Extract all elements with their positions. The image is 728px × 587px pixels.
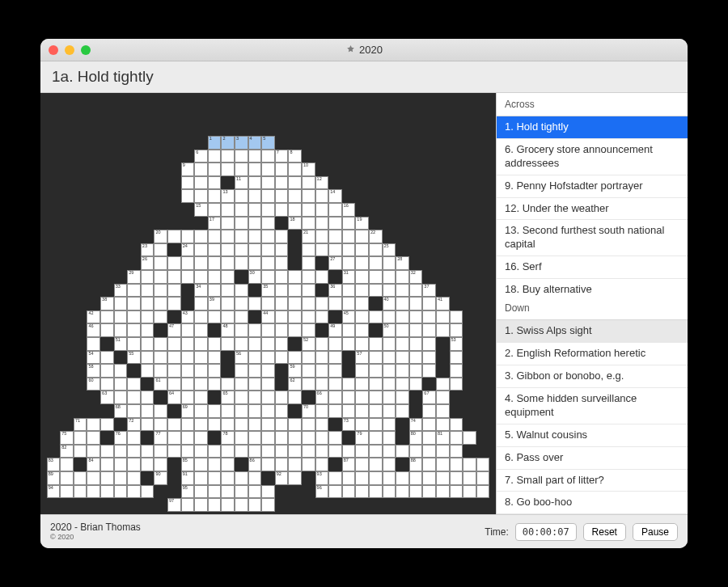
grid-cell[interactable]	[396, 471, 409, 485]
grid-cell[interactable]	[355, 337, 369, 351]
grid-cell[interactable]: 66	[315, 391, 329, 404]
grid-cell[interactable]	[235, 230, 248, 243]
grid-cell[interactable]	[74, 471, 87, 485]
grid-cell[interactable]: 54	[87, 351, 100, 365]
grid-cell[interactable]	[275, 418, 289, 432]
grid-cell[interactable]	[261, 230, 275, 243]
grid-cell[interactable]	[127, 404, 141, 418]
grid-cell[interactable]: 89	[47, 471, 61, 485]
grid-cell[interactable]	[302, 323, 315, 337]
grid-cell[interactable]	[248, 337, 262, 351]
grid-cell[interactable]	[181, 256, 195, 270]
grid-cell[interactable]	[181, 378, 195, 391]
grid-cell[interactable]: 67	[422, 391, 436, 404]
grid-cell[interactable]	[355, 404, 369, 418]
grid-cell[interactable]: 47	[167, 323, 181, 337]
grid-cell[interactable]: 85	[181, 458, 195, 471]
grid-cell[interactable]	[114, 485, 128, 499]
grid-cell[interactable]	[141, 310, 154, 324]
grid-cell[interactable]	[221, 217, 235, 230]
grid-cell[interactable]	[328, 471, 342, 485]
grid-cell[interactable]: 30	[248, 270, 262, 284]
grid-cell[interactable]	[275, 284, 289, 298]
grid-cell[interactable]	[208, 404, 222, 418]
grid-cell[interactable]: 35	[261, 284, 275, 298]
grid-cell[interactable]	[315, 217, 329, 230]
grid-cell[interactable]	[194, 323, 208, 337]
grid-cell[interactable]	[302, 297, 315, 310]
grid-cell[interactable]	[248, 176, 262, 190]
grid-cell[interactable]	[194, 351, 208, 365]
grid-cell[interactable]: 40	[383, 297, 396, 310]
grid-cell[interactable]: 87	[342, 458, 356, 471]
grid-cell[interactable]	[436, 418, 450, 432]
grid-cell[interactable]	[383, 391, 396, 404]
grid-cell[interactable]: 44	[261, 310, 275, 324]
grid-cell[interactable]	[167, 284, 181, 298]
grid-cell[interactable]	[127, 378, 141, 391]
grid-cell[interactable]: 94	[47, 485, 61, 499]
grid-cell[interactable]: 34	[194, 284, 208, 298]
grid-cell[interactable]	[396, 323, 409, 337]
grid-cell[interactable]	[369, 431, 383, 445]
grid-cell[interactable]	[167, 337, 181, 351]
grid-cell[interactable]	[275, 351, 289, 365]
grid-cell[interactable]	[74, 431, 87, 445]
grid-cell[interactable]	[100, 310, 114, 324]
grid-cell[interactable]: 71	[74, 418, 87, 432]
grid-cell[interactable]	[114, 391, 128, 404]
grid-cell[interactable]: 11	[235, 176, 248, 190]
grid-cell[interactable]	[208, 418, 222, 432]
grid-cell[interactable]: 65	[221, 391, 235, 404]
grid-cell[interactable]	[422, 404, 436, 418]
grid-cell[interactable]: 20	[154, 230, 167, 243]
grid-cell[interactable]: 83	[47, 458, 61, 471]
grid-cell[interactable]	[396, 485, 409, 499]
grid-cell[interactable]	[221, 284, 235, 298]
grid-cell[interactable]	[302, 445, 315, 458]
grid-cell[interactable]: 25	[383, 243, 396, 257]
grid-cell[interactable]	[154, 337, 167, 351]
grid-cell[interactable]	[450, 351, 463, 365]
grid-cell[interactable]	[450, 445, 463, 458]
grid-cell[interactable]	[409, 337, 423, 351]
grid-cell[interactable]	[436, 458, 450, 471]
grid-cell[interactable]: 6	[194, 150, 208, 163]
grid-cell[interactable]	[342, 284, 356, 298]
grid-cell[interactable]	[302, 378, 315, 391]
grid-cell[interactable]	[383, 431, 396, 445]
grid-cell[interactable]	[355, 323, 369, 337]
grid-cell[interactable]	[315, 203, 329, 217]
grid-cell[interactable]	[167, 445, 181, 458]
grid-cell[interactable]	[328, 445, 342, 458]
grid-cell[interactable]	[235, 284, 248, 298]
grid-cell[interactable]	[302, 217, 315, 230]
grid-cell[interactable]	[369, 337, 383, 351]
grid-cell[interactable]	[275, 189, 289, 203]
grid-cell[interactable]	[114, 364, 128, 378]
grid-cell[interactable]	[235, 471, 248, 485]
grid-cell[interactable]	[302, 284, 315, 298]
grid-cell[interactable]	[275, 163, 289, 176]
grid-cell[interactable]	[369, 391, 383, 404]
grid-cell[interactable]	[127, 445, 141, 458]
grid-cell[interactable]: 27	[328, 256, 342, 270]
grid-cell[interactable]	[383, 337, 396, 351]
grid-cell[interactable]	[141, 391, 154, 404]
grid-cell[interactable]	[167, 351, 181, 365]
grid-cell[interactable]	[208, 176, 222, 190]
grid-cell[interactable]	[288, 323, 302, 337]
grid-cell[interactable]	[302, 458, 315, 471]
clue-item[interactable]: 6. Grocery store announcement addressees	[497, 139, 688, 175]
grid-cell[interactable]	[235, 323, 248, 337]
grid-cell[interactable]	[261, 445, 275, 458]
grid-cell[interactable]	[248, 150, 262, 163]
grid-cell[interactable]	[167, 256, 181, 270]
grid-cell[interactable]	[208, 203, 222, 217]
grid-cell[interactable]: 92	[275, 471, 289, 485]
grid-cell[interactable]	[127, 323, 141, 337]
grid-cell[interactable]	[315, 418, 329, 432]
grid-cell[interactable]: 42	[87, 310, 100, 324]
grid-cell[interactable]: 12	[315, 176, 329, 190]
grid-cell[interactable]	[141, 485, 154, 499]
